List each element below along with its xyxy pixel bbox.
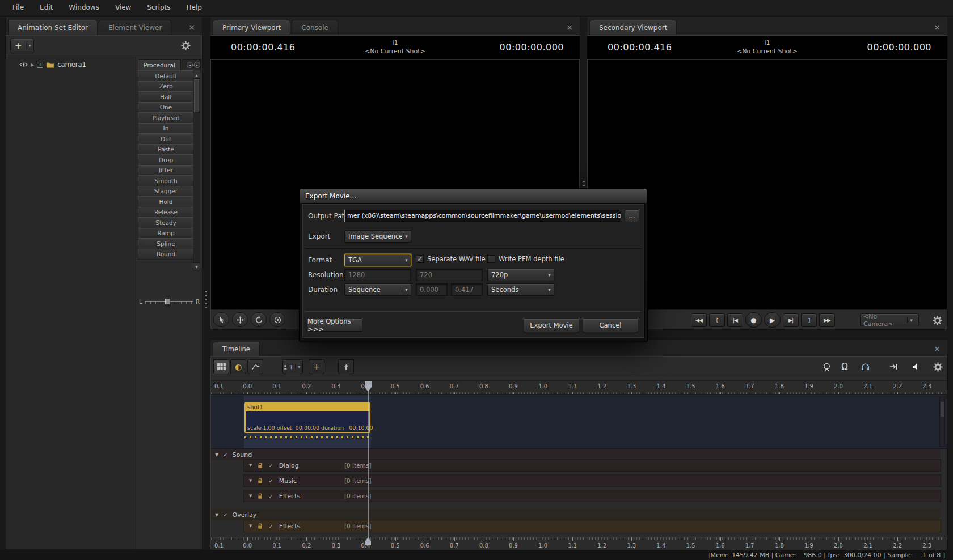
menu-item[interactable]: Scripts bbox=[139, 0, 178, 15]
check-icon[interactable]: ✓ bbox=[268, 478, 273, 484]
preset-button[interactable]: Default bbox=[138, 70, 194, 82]
slider-track[interactable] bbox=[145, 299, 193, 304]
lock-icon[interactable] bbox=[258, 478, 263, 484]
scrollbar[interactable]: ▲ ▼ bbox=[193, 71, 200, 270]
track-row[interactable]: ▼ ✓ Music [0 items] bbox=[243, 474, 941, 487]
fast-forward-button[interactable]: ▶▶ bbox=[819, 313, 835, 327]
audio-mute-button[interactable] bbox=[908, 359, 924, 374]
resolution-height-input[interactable]: 720 bbox=[416, 269, 483, 281]
panel-splitter[interactable] bbox=[203, 16, 209, 550]
preset-button[interactable]: Half bbox=[138, 91, 194, 103]
graph-editor-button[interactable] bbox=[247, 359, 263, 374]
collapse-arrow-icon[interactable]: ▼ bbox=[249, 478, 252, 483]
format-dropdown[interactable]: TGA ▾ bbox=[344, 254, 411, 266]
preset-button[interactable]: Out bbox=[138, 133, 194, 145]
preset-button[interactable]: One bbox=[138, 102, 194, 113]
slider-thumb[interactable] bbox=[165, 299, 170, 304]
add-animation-set-button[interactable]: + ▾ bbox=[282, 359, 303, 374]
move-tool-button[interactable] bbox=[232, 312, 248, 327]
more-options-button[interactable]: More Options >>> bbox=[307, 319, 362, 332]
playhead[interactable] bbox=[368, 391, 369, 545]
preset-button[interactable]: Hold bbox=[138, 196, 194, 207]
orbit-tool-button[interactable] bbox=[269, 312, 285, 327]
group-sound[interactable]: ▼ ✓ Sound bbox=[211, 449, 940, 460]
preset-button[interactable]: Drop bbox=[138, 154, 194, 166]
gear-icon[interactable] bbox=[930, 313, 944, 328]
gear-icon[interactable] bbox=[178, 39, 193, 53]
lock-icon[interactable] bbox=[258, 523, 263, 529]
tab-procedural[interactable]: Procedural bbox=[138, 59, 181, 70]
menu-item[interactable]: Help bbox=[178, 0, 209, 15]
eye-icon[interactable] bbox=[19, 62, 28, 67]
headphones-button[interactable] bbox=[857, 359, 873, 374]
next-frame-button[interactable]: ▶| bbox=[783, 313, 799, 327]
export-movie-button[interactable]: Export Movie bbox=[524, 319, 579, 332]
add-clip-button[interactable]: + bbox=[309, 359, 324, 374]
tab-console[interactable]: Console bbox=[292, 20, 338, 35]
motion-editor-button[interactable]: ◐ bbox=[230, 359, 246, 374]
collapse-arrow-icon[interactable]: ▼ bbox=[215, 512, 218, 517]
work-camera-button[interactable] bbox=[819, 359, 834, 374]
collapse-arrow-icon[interactable]: ▼ bbox=[249, 463, 252, 468]
menu-item[interactable]: Windows bbox=[61, 0, 107, 15]
duration-unit-dropdown[interactable]: Seconds ▾ bbox=[487, 283, 554, 296]
headset-button[interactable]: Ω bbox=[837, 359, 853, 374]
preset-button[interactable]: Playhead bbox=[138, 112, 194, 124]
expand-plus-icon[interactable]: + bbox=[37, 62, 43, 68]
tab-scroll-right-icon[interactable]: ▸ bbox=[194, 62, 200, 68]
close-icon[interactable]: × bbox=[184, 23, 200, 31]
close-icon[interactable]: × bbox=[929, 23, 945, 31]
tab-animation-set-editor[interactable]: Animation Set Editor bbox=[8, 20, 98, 35]
menu-item[interactable]: View bbox=[107, 0, 139, 15]
scroll-down-icon[interactable]: ▼ bbox=[193, 262, 200, 270]
browse-button[interactable]: ... bbox=[625, 210, 639, 222]
track-row[interactable]: ▼ ✓ Effects [0 items] bbox=[243, 520, 941, 532]
export-mode-dropdown[interactable]: Image Sequence ▾ bbox=[344, 230, 411, 243]
tree-item-camera1[interactable]: ▶ + camera1 bbox=[6, 57, 136, 69]
preset-button[interactable]: Smooth bbox=[138, 175, 194, 186]
lock-icon[interactable] bbox=[258, 493, 263, 499]
check-icon[interactable]: ✓ bbox=[268, 523, 273, 529]
tab-primary-viewport[interactable]: Primary Viewport bbox=[213, 20, 290, 35]
dialog-titlebar[interactable]: Export Movie... bbox=[302, 189, 645, 203]
snap-playhead-button[interactable] bbox=[885, 359, 901, 374]
separate-wav-checkbox[interactable]: ✓ Separate WAV file bbox=[416, 255, 486, 263]
menu-item[interactable]: File bbox=[5, 0, 32, 15]
rewind-button[interactable]: ◀◀ bbox=[691, 313, 707, 327]
collapse-arrow-icon[interactable]: ▼ bbox=[215, 452, 218, 457]
tab-timeline[interactable]: Timeline bbox=[213, 342, 260, 356]
preset-button[interactable]: Spline bbox=[138, 238, 194, 249]
track-row[interactable]: ▼ ✓ Effects [0 items] bbox=[243, 490, 941, 502]
write-pfm-checkbox[interactable]: Write PFM depth file bbox=[487, 255, 564, 263]
group-overlay[interactable]: ▼ ✓ Overlay bbox=[211, 509, 940, 520]
preset-button[interactable]: Release bbox=[138, 207, 194, 218]
mark-in-button[interactable]: [ bbox=[709, 313, 725, 327]
preset-button[interactable]: In bbox=[138, 123, 194, 134]
expand-arrow-icon[interactable]: ▶ bbox=[31, 62, 34, 67]
up-one-level-button[interactable] bbox=[338, 359, 354, 374]
track-row[interactable]: ▼ ✓ Dialog [0 items] bbox=[243, 459, 941, 472]
select-tool-button[interactable] bbox=[213, 312, 229, 327]
clip-editor-button[interactable] bbox=[213, 359, 229, 374]
scrollbar-thumb[interactable] bbox=[941, 402, 944, 417]
add-animation-set-button[interactable]: + ▾ bbox=[10, 39, 34, 53]
check-icon[interactable]: ✓ bbox=[223, 512, 227, 518]
scrollbar[interactable] bbox=[939, 397, 945, 447]
preset-button[interactable]: Steady bbox=[138, 217, 194, 228]
tab-secondary-viewport[interactable]: Secondary Viewport bbox=[589, 20, 677, 35]
preset-button[interactable]: Round bbox=[138, 249, 194, 260]
preset-button[interactable]: Paste bbox=[138, 144, 194, 155]
check-icon[interactable]: ✓ bbox=[268, 493, 273, 499]
play-button[interactable]: ▶ bbox=[764, 312, 781, 328]
output-path-input[interactable]: mer (x86)\steam\steamapps\common\sourcef… bbox=[344, 210, 621, 222]
collapse-arrow-icon[interactable]: ▼ bbox=[249, 494, 252, 498]
menu-item[interactable]: Edit bbox=[32, 0, 61, 15]
preset-button[interactable]: Stagger bbox=[138, 186, 194, 197]
previous-frame-button[interactable]: |◀ bbox=[727, 313, 743, 327]
cancel-button[interactable]: Cancel bbox=[583, 319, 638, 332]
tab-scroll-left-icon[interactable]: ◂ bbox=[187, 62, 193, 68]
camera-selector-dropdown[interactable]: <No Camera> ▾ bbox=[860, 313, 919, 326]
collapse-arrow-icon[interactable]: ▼ bbox=[249, 524, 252, 528]
resolution-width-input[interactable]: 1280 bbox=[344, 269, 411, 281]
check-icon[interactable]: ✓ bbox=[268, 463, 273, 469]
